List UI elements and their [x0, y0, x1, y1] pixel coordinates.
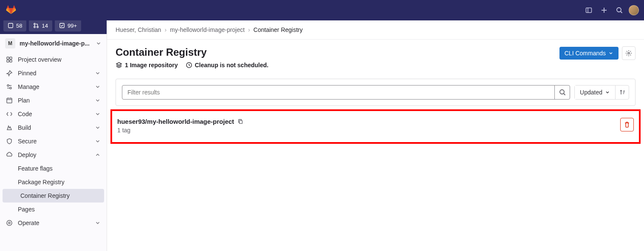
- layers-icon: [116, 62, 122, 68]
- sort-group: Updated: [574, 85, 629, 100]
- sidebar-item-container-registry[interactable]: Container Registry: [3, 189, 104, 203]
- chevron-down-icon: [95, 97, 101, 103]
- build-icon: [6, 124, 13, 131]
- cleanup-status: Cleanup is not scheduled.: [186, 62, 268, 68]
- chevron-up-icon: [95, 152, 101, 158]
- svg-rect-17: [7, 98, 12, 103]
- sidebar-item-code[interactable]: Code: [0, 107, 107, 121]
- sidebar-item-build[interactable]: Build: [0, 121, 107, 134]
- sidebar: 58 14 99+ M my-helloworld-image-p... Pro…: [0, 20, 107, 251]
- sidebar-item-secure[interactable]: Secure: [0, 134, 107, 148]
- sidebar-item-label: Deploy: [18, 151, 90, 158]
- svg-rect-14: [10, 60, 12, 62]
- gear-icon: [625, 50, 632, 57]
- svg-rect-0: [586, 8, 592, 13]
- sidebar-item-overview[interactable]: Project overview: [0, 53, 107, 66]
- svg-point-16: [10, 87, 11, 89]
- repo-row-highlighted: hueser93/my-helloworld-image-project 1 t…: [110, 109, 641, 144]
- deploy-icon: [6, 151, 13, 158]
- sidebar-item-label: Project overview: [18, 56, 101, 63]
- svg-rect-12: [10, 57, 12, 59]
- sidebar-item-manage[interactable]: Manage: [0, 80, 107, 94]
- svg-point-24: [628, 52, 630, 54]
- project-name: my-helloworld-image-p...: [20, 40, 91, 47]
- svg-line-26: [564, 94, 565, 95]
- plus-icon[interactable]: [598, 4, 610, 16]
- sidebar-item-pinned[interactable]: Pinned: [0, 66, 107, 80]
- chevron-down-icon: [95, 125, 101, 131]
- deploy-submenu: Feature flags Package Registry Container…: [0, 162, 107, 216]
- copy-icon[interactable]: [237, 119, 243, 125]
- issues-count: 58: [16, 23, 22, 29]
- manage-icon: [6, 83, 13, 90]
- sidebar-item-label: Manage: [18, 83, 90, 90]
- cli-commands-button[interactable]: CLI Commands: [559, 47, 619, 60]
- issues-counter[interactable]: 58: [3, 20, 26, 31]
- sidebar-item-label: Plan: [18, 97, 90, 104]
- filter-search-button[interactable]: [554, 86, 570, 99]
- sidebar-item-pages[interactable]: Pages: [0, 203, 107, 216]
- settings-button[interactable]: [622, 46, 636, 60]
- main-content: Hueser, Christian › my-helloworld-image-…: [107, 20, 644, 251]
- gitlab-logo-icon[interactable]: [5, 4, 17, 16]
- filter-input[interactable]: [122, 86, 554, 99]
- sidebar-toggle-icon[interactable]: [583, 4, 595, 16]
- chevron-down-icon: [96, 40, 102, 46]
- breadcrumb-current: Container Registry: [254, 26, 303, 33]
- svg-point-9: [37, 26, 39, 28]
- plan-icon: [6, 97, 13, 104]
- svg-line-5: [621, 11, 622, 13]
- svg-rect-13: [7, 60, 9, 62]
- breadcrumb-separator: ›: [164, 26, 167, 33]
- sidebar-item-label: Operate: [18, 220, 90, 226]
- sidebar-item-label: Build: [18, 124, 90, 131]
- sort-direction-button[interactable]: [615, 86, 629, 99]
- chevron-down-icon: [95, 84, 101, 90]
- chevron-down-icon: [608, 51, 613, 56]
- svg-point-4: [617, 8, 621, 12]
- svg-point-7: [34, 23, 36, 25]
- svg-rect-6: [8, 23, 13, 28]
- repo-count: 1 Image repository: [116, 62, 178, 68]
- sidebar-item-deploy[interactable]: Deploy: [0, 148, 107, 162]
- sidebar-item-operate[interactable]: Operate: [0, 216, 107, 230]
- chevron-down-icon: [605, 90, 610, 95]
- sort-dropdown[interactable]: Updated: [575, 86, 615, 99]
- sidebar-item-label: Package Registry: [18, 179, 101, 185]
- breadcrumb-item[interactable]: my-helloworld-image-project: [170, 26, 245, 33]
- sidebar-item-feature-flags[interactable]: Feature flags: [0, 162, 107, 175]
- repo-tag-count: 1 tag: [117, 127, 620, 134]
- sidebar-item-plan[interactable]: Plan: [0, 94, 107, 107]
- clock-icon: [186, 62, 192, 68]
- svg-point-25: [560, 90, 564, 94]
- chevron-down-icon: [95, 138, 101, 144]
- topbar-counters: 58 14 99+: [0, 20, 107, 34]
- svg-rect-27: [239, 120, 242, 123]
- breadcrumb-item[interactable]: Hueser, Christian: [116, 26, 161, 33]
- sidebar-item-label: Pinned: [18, 70, 90, 77]
- repo-row[interactable]: hueser93/my-helloworld-image-project 1 t…: [117, 118, 634, 134]
- page-title: Container Registry: [116, 46, 559, 58]
- shield-icon: [6, 138, 13, 145]
- search-icon[interactable]: [613, 4, 625, 16]
- sidebar-item-label: Feature flags: [18, 165, 101, 172]
- mr-count: 14: [42, 23, 48, 29]
- sort-icon: [619, 89, 626, 96]
- merge-requests-counter[interactable]: 14: [29, 20, 52, 31]
- svg-point-22: [8, 222, 10, 224]
- chevron-down-icon: [95, 111, 101, 117]
- delete-repo-button[interactable]: [620, 118, 634, 131]
- todos-counter[interactable]: 99+: [55, 20, 81, 31]
- breadcrumb-separator: ›: [248, 26, 250, 33]
- overview-icon: [6, 56, 13, 63]
- sidebar-item-label: Code: [18, 111, 90, 117]
- sidebar-item-package-registry[interactable]: Package Registry: [0, 175, 107, 189]
- project-header[interactable]: M my-helloworld-image-p...: [0, 34, 107, 53]
- chevron-down-icon: [95, 220, 101, 226]
- chevron-down-icon: [95, 70, 101, 76]
- svg-point-8: [34, 26, 36, 28]
- repo-name[interactable]: hueser93/my-helloworld-image-project: [117, 118, 234, 125]
- filter-input-group: [122, 85, 570, 100]
- user-avatar[interactable]: [629, 5, 639, 15]
- code-icon: [6, 111, 13, 117]
